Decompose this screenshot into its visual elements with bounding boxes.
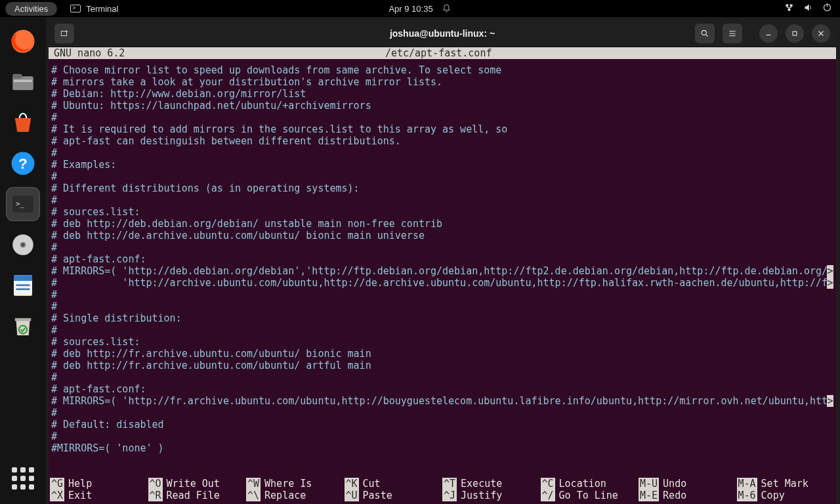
network-icon: [784, 3, 794, 14]
nano-header: GNU nano 6.2 /etc/apt-fast.conf: [49, 47, 836, 59]
svg-rect-4: [827, 3, 828, 7]
shortcut-label: Set Mark: [761, 478, 808, 490]
nano-shortcut: ^/Go To Line: [541, 490, 639, 501]
dock-disc[interactable]: [7, 228, 39, 261]
line-overflow-marker: >: [827, 395, 833, 407]
nano-line: #: [50, 324, 835, 336]
nano-line: # Examples:: [50, 159, 835, 171]
shortcut-label: Exit: [68, 490, 92, 501]
line-overflow-marker: >: [827, 265, 833, 277]
terminal-icon: [70, 5, 81, 12]
nano-line: # Single distribution:: [50, 312, 835, 324]
nano-shortcut: ^KCut: [345, 478, 443, 490]
nano-line: #: [50, 407, 835, 419]
nano-line: # Choose mirror list to speed up downloa…: [50, 64, 835, 76]
svg-rect-1: [790, 5, 793, 7]
shortcut-label: Replace: [264, 490, 306, 501]
nano-shortcut: ^CLocation: [541, 478, 639, 490]
dock-trash[interactable]: [7, 310, 39, 343]
search-button[interactable]: [695, 24, 715, 43]
nano-shortcut: ^WWhere Is: [246, 478, 345, 490]
nano-line: #: [50, 371, 835, 383]
ubuntu-dock: ? >_: [0, 17, 46, 504]
terminal-window: joshua@ubuntu-linux: ~ GNU nano 6.2 /etc…: [49, 20, 836, 504]
svg-rect-24: [793, 32, 797, 35]
shortcut-key: ^O: [148, 478, 163, 490]
volume-icon: [803, 3, 813, 14]
nano-line: # deb http://fr.archive.ubuntu.com/ubunt…: [50, 360, 835, 371]
nano-line: #: [50, 147, 835, 159]
nano-line: # Default: disabled: [50, 419, 835, 430]
dock-files[interactable]: [7, 66, 39, 98]
nano-line: # deb http://deb.debian.org/debian/ unst…: [50, 218, 835, 230]
panel-clock: Apr 9 10:35: [388, 4, 432, 14]
shortcut-label: Where Is: [264, 478, 312, 490]
minimize-button[interactable]: [759, 24, 778, 43]
shortcut-label: Undo: [663, 478, 686, 490]
nano-shortcut-bar: ^GHelp^OWrite Out^WWhere Is^KCut^TExecut…: [49, 478, 836, 504]
nano-shortcut: ^UPaste: [345, 490, 443, 501]
shortcut-key: ^G: [50, 478, 64, 490]
svg-rect-7: [12, 74, 22, 79]
shortcut-key: ^X: [50, 490, 64, 501]
shortcut-key: ^C: [541, 478, 555, 490]
nano-version: GNU nano 6.2: [54, 47, 125, 59]
nano-line: # mirrors take a look at your distributi…: [50, 76, 835, 88]
maximize-button[interactable]: [786, 24, 804, 43]
nano-shortcut: M-UUndo: [639, 478, 737, 490]
panel-clock-area[interactable]: Apr 9 10:35: [388, 4, 451, 14]
shortcut-label: Paste: [363, 490, 392, 501]
hamburger-menu[interactable]: [723, 24, 742, 43]
svg-point-15: [22, 243, 24, 246]
shortcut-label: Redo: [663, 490, 686, 501]
shortcut-key: M-U: [639, 478, 659, 490]
activities-button[interactable]: Activities: [5, 2, 57, 16]
panel-app-label: Terminal: [86, 4, 118, 14]
nano-line: # apt-fast can destinguish between diffe…: [50, 135, 835, 147]
svg-rect-17: [14, 275, 32, 281]
nano-shortcut: ^TExecute: [442, 478, 541, 490]
svg-text:>_: >_: [16, 200, 25, 208]
dock-todo[interactable]: [7, 269, 39, 302]
new-tab-button[interactable]: [54, 24, 74, 43]
nano-shortcut: ^XExit: [50, 490, 148, 501]
nano-line: # deb http://de.archive.ubuntu.com/ubunt…: [50, 230, 835, 242]
svg-rect-20: [15, 318, 32, 321]
line-overflow-marker: >: [827, 277, 833, 289]
shortcut-key: ^/: [541, 490, 555, 501]
close-button[interactable]: [812, 24, 830, 43]
nano-line: # Debian: http://www.debian.org/mirror/l…: [50, 88, 835, 100]
shortcut-label: Justify: [461, 490, 502, 501]
nano-line: #: [50, 194, 835, 206]
nano-shortcut: M-ASet Mark: [737, 478, 835, 490]
nano-line: # apt-fast.conf:: [50, 253, 835, 265]
shortcut-key: M-A: [737, 478, 757, 490]
nano-shortcut: M-ERedo: [639, 490, 737, 501]
dock-help[interactable]: ?: [7, 147, 39, 180]
terminal-viewport[interactable]: GNU nano 6.2 /etc/apt-fast.conf # Choose…: [49, 47, 836, 504]
shortcut-label: Read File: [167, 490, 220, 501]
window-titlebar[interactable]: joshua@ubuntu-linux: ~: [49, 20, 836, 47]
shortcut-key: ^W: [246, 478, 261, 490]
svg-rect-18: [16, 284, 30, 286]
shortcut-key: M-E: [639, 490, 659, 501]
shortcut-key: ^R: [148, 490, 163, 501]
show-applications[interactable]: [7, 462, 39, 495]
nano-buffer[interactable]: # Choose mirror list to speed up downloa…: [49, 64, 836, 454]
svg-text:?: ?: [18, 155, 28, 172]
svg-point-23: [702, 30, 706, 35]
nano-line: #MIRRORS=( 'none' ): [50, 442, 835, 454]
dock-software[interactable]: [7, 106, 39, 139]
panel-status-area[interactable]: [784, 3, 832, 14]
shortcut-key: ^U: [345, 490, 359, 501]
dock-terminal[interactable]: >_: [7, 188, 39, 220]
dock-firefox[interactable]: [7, 25, 39, 58]
svg-rect-19: [16, 288, 30, 290]
nano-shortcut: ^RRead File: [148, 490, 247, 501]
panel-app-menu[interactable]: Terminal: [70, 4, 118, 14]
nano-line: # Different distributions (as in operati…: [50, 182, 835, 194]
svg-rect-0: [786, 5, 789, 7]
shortcut-key: M-6: [737, 490, 757, 501]
nano-line: # MIRRORS=( 'http://fr.archive.ubuntu.co…: [50, 395, 835, 407]
nano-line: # Ubuntu: https://launchpad.net/ubuntu/+…: [50, 100, 835, 112]
